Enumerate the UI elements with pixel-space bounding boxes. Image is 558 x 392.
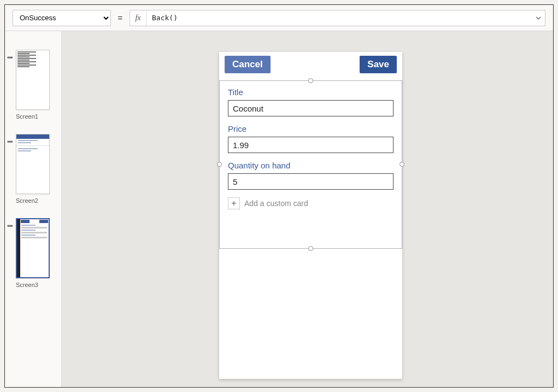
title-input[interactable] [228,100,393,116]
fx-icon: fx [130,10,146,26]
expand-formula-icon[interactable] [532,15,545,21]
card-quantity[interactable]: Quantity on hand [228,161,393,190]
more-icon[interactable]: ••• [7,54,13,62]
formula-input[interactable] [146,10,532,26]
resize-handle-bottom[interactable] [308,246,313,251]
resize-handle-right[interactable] [400,162,404,167]
canvas-area[interactable]: Cancel Save Title Price [62,31,553,387]
resize-handle-left[interactable] [217,162,222,167]
save-button[interactable]: Save [360,56,397,73]
card-price[interactable]: Price [228,124,393,153]
screen-label: Screen1 [16,113,61,120]
property-selector[interactable]: OnSuccess [13,10,111,26]
more-icon[interactable]: ••• [7,138,13,146]
price-input[interactable] [228,137,393,153]
screen-label: Screen2 [16,197,61,204]
field-label: Quantity on hand [228,161,393,170]
screen-thumbnail[interactable]: ••• Screen1 [5,50,61,120]
add-card-label: Add a custom card [244,199,308,208]
field-label: Price [228,124,393,133]
resize-handle-top[interactable] [308,78,313,83]
screen-thumbnail[interactable]: ••• Screen2 [5,134,61,204]
field-label: Title [228,87,393,97]
phone-frame: Cancel Save Title Price [219,52,402,379]
form-body: Title Price Quantity on hand + Add a cus… [220,81,402,216]
edit-form-control[interactable]: Title Price Quantity on hand + Add a cus… [219,80,402,249]
plus-icon: + [228,197,240,209]
formula-box: fx [130,10,545,26]
add-custom-card[interactable]: + Add a custom card [228,197,393,209]
equals-label: = [116,13,124,22]
more-icon[interactable]: ••• [7,223,13,230]
quantity-input[interactable] [228,173,393,190]
screens-panel: ••• Screen1 ••• Screen2 ••• Screen3 [5,31,62,387]
screen-label: Screen3 [16,282,61,288]
app-editor-window: OnSuccess = fx ••• Screen1 ••• Screen2 [4,4,554,388]
app-header: Cancel Save [219,52,402,77]
card-title[interactable]: Title [228,87,393,116]
thumbnail-screen3[interactable] [16,218,50,278]
cancel-button[interactable]: Cancel [225,56,271,73]
screen-thumbnail[interactable]: ••• Screen3 [5,218,61,288]
thumbnail-screen1[interactable] [16,50,50,110]
thumbnail-screen2[interactable] [16,134,50,194]
formula-bar: OnSuccess = fx [5,5,553,31]
